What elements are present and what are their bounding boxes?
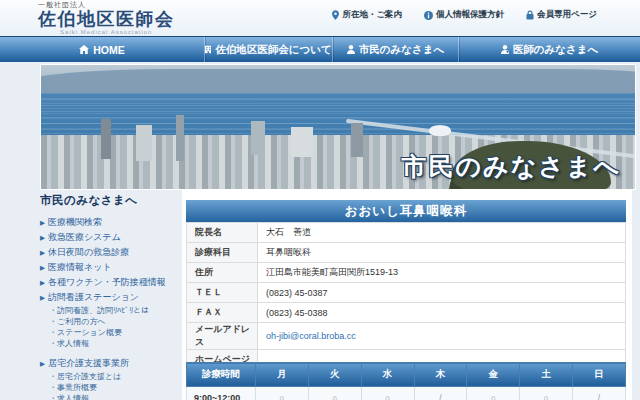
home-icon (79, 45, 89, 54)
sidebar-subitem[interactable]: ・訪問看護、訪問ﾘﾊﾋﾞﾘとは (49, 305, 182, 316)
table-row: ＴＥＬ (0823) 45-0387 (187, 283, 626, 303)
doctor-icon (501, 45, 509, 54)
arrow-right-icon: ▶ (40, 215, 45, 230)
utility-nav: 所在地・ご案内 個人情報保護方針 会員専用ページ (332, 9, 597, 21)
hours-header-cell: 土 (520, 363, 573, 387)
clinic-name-header: おおいし耳鼻咽喉科 (186, 200, 626, 222)
hours-header-cell: 火 (308, 363, 361, 387)
sidebar-item-visiting-nurse[interactable]: ▶ 訪問看護ステーション (40, 290, 182, 305)
nav-item-about[interactable]: 佐伯地区医師会について (204, 37, 332, 62)
sidebar-subitem[interactable]: ・事業所概要 (49, 382, 182, 393)
director-name: 大石 善道 (258, 223, 626, 243)
nav-item-label: 医師のみなさまへ (513, 43, 598, 57)
sidebar-item-label: 医療情報ネット (48, 260, 112, 275)
hero-building (176, 115, 184, 161)
hours-header-cell: 月 (256, 363, 309, 387)
utility-link-label: 所在地・ご案内 (342, 9, 402, 21)
sidebar-item-label: 居宅介護支援事業所 (48, 356, 129, 371)
sidebar-subitem[interactable]: ・ご利用の方へ (49, 316, 182, 327)
arrow-right-icon: ▶ (40, 230, 45, 245)
utility-link-location[interactable]: 所在地・ご案内 (332, 9, 402, 21)
arrow-right-icon: ▶ (40, 275, 45, 290)
nav-item-citizens[interactable]: 市民のみなさまへ (332, 37, 458, 62)
hero-building (351, 123, 363, 157)
clinic-detail: おおいし耳鼻咽喉科 院長名 大石 善道 診療科目 耳鼻咽喉科 住所 江田島市能美… (186, 200, 626, 370)
fax-number: (0823) 45-0388 (258, 303, 626, 323)
clinic-detail-table: 院長名 大石 善道 診療科目 耳鼻咽喉科 住所 江田島市能美町高田関所1519-… (186, 222, 626, 370)
arrow-right-icon: ▶ (40, 290, 45, 305)
table-row: 診療科目 耳鼻咽喉科 (187, 243, 626, 263)
hero-image: 市民のみなさまへ (40, 64, 636, 190)
hours-header-cell: 日 (573, 363, 626, 387)
arrow-right-icon: ▶ (40, 245, 45, 260)
site-subtitle: Saiki Medical Association (38, 29, 175, 36)
hours-mark: / (414, 387, 467, 400)
global-nav: HOME 佐伯地区医師会について 市民のみなさまへ 医師のみなさまへ (0, 36, 640, 62)
sidebar-subitem[interactable]: ・求人情報 (49, 338, 182, 349)
sidebar-item-label: 救急医療システム (48, 230, 121, 245)
hours-time-range: 9:00~12:00 (187, 387, 256, 400)
sidebar-item-vaccines[interactable]: ▶ 各種ワクチン・予防接種情報 (40, 275, 182, 290)
hours-mark: ○ (467, 387, 520, 400)
department: 耳鼻咽喉科 (258, 243, 626, 263)
field-label: 診療科目 (187, 243, 258, 263)
table-row: ＦＡＸ (0823) 45-0388 (187, 303, 626, 323)
hours-mark: ○ (361, 387, 414, 400)
sidebar-item-label: 医療機関検索 (48, 215, 102, 230)
top-header: 一般社団法人 佐伯地区医師会 Saiki Medical Association… (0, 0, 640, 36)
hours-mark: ○ (256, 387, 309, 400)
utility-link-label: 個人情報保護方針 (436, 9, 504, 21)
tel-number: (0823) 45-0387 (258, 283, 626, 303)
sidebar-item-label: 各種ワクチン・予防接種情報 (48, 275, 166, 290)
sidebar-item-holiday-care[interactable]: ▶ 休日夜間の救急診療 (40, 245, 182, 260)
sidebar-subitem[interactable]: ・求人情報 (49, 393, 182, 400)
map-pin-icon (332, 10, 339, 20)
hero-building (251, 121, 265, 155)
person-icon (347, 45, 355, 54)
hours-mark: ○ (308, 387, 361, 400)
hours-header-cell: 金 (467, 363, 520, 387)
sidebar-item-label: 訪問看護ステーション (48, 290, 139, 305)
site-logo[interactable]: 一般社団法人 佐伯地区医師会 Saiki Medical Association (38, 1, 175, 36)
table-row: 住所 江田島市能美町高田関所1519-13 (187, 263, 626, 283)
arrow-right-icon: ▶ (40, 356, 45, 371)
field-label: メールアドレス (187, 323, 258, 350)
hero-dome (429, 125, 451, 136)
hero-building (136, 125, 152, 161)
info-icon (424, 11, 433, 20)
site-title: 佐伯地区医師会 (38, 9, 175, 29)
sidebar-item-emergency-system[interactable]: ▶ 救急医療システム (40, 230, 182, 245)
nav-item-home[interactable]: HOME (0, 37, 204, 62)
email-link[interactable]: oh-jibi@coral.broba.cc (266, 331, 356, 341)
clinic-hours-table: 診療時間 月 火 水 木 金 土 日 9:00~12:00 ○ ○ ○ / ○ … (186, 362, 626, 400)
field-label: ＴＥＬ (187, 283, 258, 303)
table-row: 院長名 大石 善道 (187, 223, 626, 243)
sidebar-subnav-home-care: ・居宅介護支援とは ・事業所概要 ・求人情報 (49, 371, 182, 400)
lock-icon (526, 10, 534, 20)
hours-data-row: 9:00~12:00 ○ ○ ○ / ○ ○ / (187, 387, 626, 400)
hero-building (291, 127, 313, 157)
sidebar-subitem[interactable]: ・ステーション概要 (49, 327, 182, 338)
hours-mark: / (573, 387, 626, 400)
sidebar-subitem[interactable]: ・居宅介護支援とは (49, 371, 182, 382)
corporate-type: 一般社団法人 (38, 1, 175, 9)
sidebar-item-medical-info-net[interactable]: ▶ 医療情報ネット (40, 260, 182, 275)
sidebar-subnav-visiting-nurse: ・訪問看護、訪問ﾘﾊﾋﾞﾘとは ・ご利用の方へ ・ステーション概要 ・求人情報 (49, 305, 182, 349)
arrow-right-icon: ▶ (40, 260, 45, 275)
sidebar-item-home-care-support[interactable]: ▶ 居宅介護支援事業所 (40, 356, 182, 371)
hero-building (101, 119, 111, 159)
hours-header-cell: 木 (414, 363, 467, 387)
nav-item-label: 市民のみなさまへ (359, 43, 444, 57)
hours-header-row: 診療時間 月 火 水 木 金 土 日 (187, 363, 626, 387)
hero-sea-streaks (41, 99, 635, 133)
field-label: 院長名 (187, 223, 258, 243)
sidebar-item-medical-search[interactable]: ▶ 医療機関検索 (40, 215, 182, 230)
nav-item-doctors[interactable]: 医師のみなさまへ (458, 37, 640, 62)
hours-header-cell: 水 (361, 363, 414, 387)
building-icon (205, 45, 212, 54)
utility-link-members[interactable]: 会員専用ページ (526, 9, 597, 21)
field-label: 住所 (187, 263, 258, 283)
nav-item-label: 佐伯地区医師会について (215, 43, 331, 57)
sidebar-heading: 市民のみなさまへ (40, 193, 182, 208)
utility-link-privacy[interactable]: 個人情報保護方針 (424, 9, 504, 21)
